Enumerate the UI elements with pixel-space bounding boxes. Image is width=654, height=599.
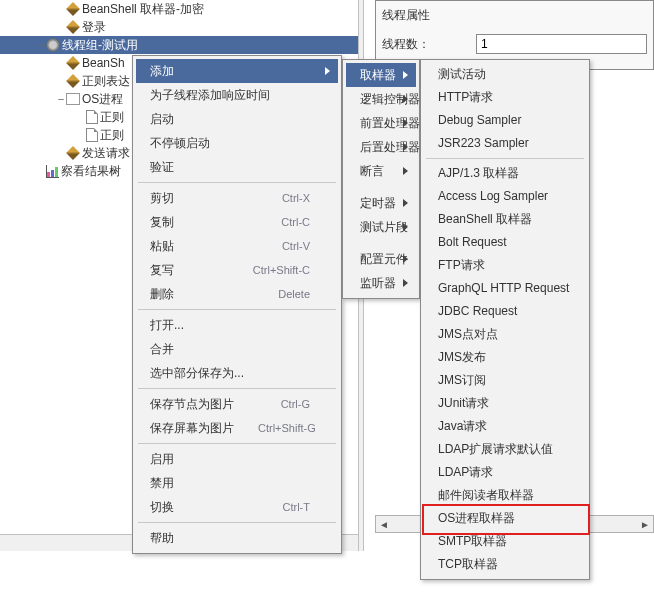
menu-item[interactable]: 启动: [136, 107, 338, 131]
sampler-menu-item-label: JMS点对点: [438, 323, 498, 346]
pen-icon: [66, 20, 80, 34]
menu-item[interactable]: 选中部分保存为...: [136, 361, 338, 385]
menu-item[interactable]: 保存屏幕为图片Ctrl+Shift-G: [136, 416, 338, 440]
sampler-menu-item[interactable]: JMS点对点: [424, 323, 586, 346]
submenu-item[interactable]: 定时器: [346, 191, 416, 215]
sampler-menu-item[interactable]: AJP/1.3 取样器: [424, 162, 586, 185]
menu-item[interactable]: 切换Ctrl-T: [136, 495, 338, 519]
sampler-menu-item-label: JMS订阅: [438, 369, 486, 392]
sampler-menu-item[interactable]: LDAP请求: [424, 461, 586, 484]
pen-icon: [66, 74, 80, 88]
sampler-menu-item[interactable]: JDBC Request: [424, 300, 586, 323]
sampler-menu-item[interactable]: LDAP扩展请求默认值: [424, 438, 586, 461]
menu-item[interactable]: 添加: [136, 59, 338, 83]
menu-item[interactable]: 不停顿启动: [136, 131, 338, 155]
tree-twisty-icon[interactable]: –: [36, 36, 46, 54]
tree-node[interactable]: –线程组-测试用: [0, 36, 360, 54]
sampler-menu-item[interactable]: Java请求: [424, 415, 586, 438]
menu-item[interactable]: 保存节点为图片Ctrl-G: [136, 392, 338, 416]
tree-node[interactable]: 登录: [0, 18, 360, 36]
submenu-item[interactable]: 逻辑控制器: [346, 87, 416, 111]
menu-item-shortcut: Ctrl-G: [281, 392, 310, 416]
context-submenu-sampler: 测试活动HTTP请求Debug SamplerJSR223 SamplerAJP…: [420, 59, 590, 580]
sampler-menu-item[interactable]: Bolt Request: [424, 231, 586, 254]
menu-item-label: 禁用: [150, 471, 174, 495]
pen-icon: [66, 56, 80, 70]
menu-item[interactable]: 剪切Ctrl-X: [136, 186, 338, 210]
menu-item-label: 启用: [150, 447, 174, 471]
menu-item[interactable]: 启用: [136, 447, 338, 471]
submenu-arrow-icon: [403, 255, 408, 263]
tree-node-label: 正则: [100, 126, 124, 144]
menu-separator: [138, 522, 336, 523]
submenu-item-label: 监听器: [360, 271, 396, 295]
sampler-menu-item[interactable]: 邮件阅读者取样器: [424, 484, 586, 507]
submenu-arrow-icon: [403, 119, 408, 127]
threads-input[interactable]: [476, 34, 647, 54]
sampler-menu-item[interactable]: BeanShell 取样器: [424, 208, 586, 231]
sampler-menu-item[interactable]: SMTP取样器: [424, 530, 586, 553]
sampler-menu-item[interactable]: OS进程取样器: [424, 507, 586, 530]
menu-item-label: 验证: [150, 155, 174, 179]
menu-item-shortcut: Ctrl-V: [282, 234, 310, 258]
scroll-left-icon[interactable]: ◄: [376, 516, 392, 532]
sampler-menu-item[interactable]: HTTP请求: [424, 86, 586, 109]
sampler-menu-item-label: Bolt Request: [438, 231, 507, 254]
menu-item-label: 添加: [150, 59, 174, 83]
menu-item-label: 打开...: [150, 313, 184, 337]
menu-item[interactable]: 复写Ctrl+Shift-C: [136, 258, 338, 282]
submenu-item[interactable]: 前置处理器: [346, 111, 416, 135]
sampler-menu-item-label: JDBC Request: [438, 300, 517, 323]
menu-item-label: 保存节点为图片: [150, 392, 234, 416]
sampler-menu-item[interactable]: JMS订阅: [424, 369, 586, 392]
tree-twisty-icon[interactable]: –: [56, 90, 66, 108]
menu-item-label: 切换: [150, 495, 174, 519]
sampler-menu-item[interactable]: 测试活动: [424, 63, 586, 86]
menu-item[interactable]: 帮助: [136, 526, 338, 550]
submenu-item[interactable]: 配置元件: [346, 247, 416, 271]
menu-separator: [138, 388, 336, 389]
page-icon: [86, 128, 98, 142]
sampler-menu-item[interactable]: TCP取样器: [424, 553, 586, 576]
menu-item-shortcut: Ctrl-X: [282, 186, 310, 210]
sampler-menu-item[interactable]: JUnit请求: [424, 392, 586, 415]
page-icon: [86, 110, 98, 124]
menu-item[interactable]: 禁用: [136, 471, 338, 495]
sampler-menu-item-label: LDAP扩展请求默认值: [438, 438, 553, 461]
sampler-menu-item-label: BeanShell 取样器: [438, 208, 532, 231]
submenu-item[interactable]: 后置处理器: [346, 135, 416, 159]
menu-separator: [138, 309, 336, 310]
menu-separator: [426, 158, 584, 159]
scroll-right-icon[interactable]: ►: [637, 516, 653, 532]
menu-item[interactable]: 复制Ctrl-C: [136, 210, 338, 234]
submenu-item[interactable]: 断言: [346, 159, 416, 183]
sampler-menu-item[interactable]: Access Log Sampler: [424, 185, 586, 208]
menu-item[interactable]: 合并: [136, 337, 338, 361]
menu-item[interactable]: 删除Delete: [136, 282, 338, 306]
menu-item[interactable]: 打开...: [136, 313, 338, 337]
context-submenu-add: 取样器逻辑控制器前置处理器后置处理器断言定时器测试片段配置元件监听器: [342, 59, 420, 299]
menu-item[interactable]: 验证: [136, 155, 338, 179]
submenu-item[interactable]: 监听器: [346, 271, 416, 295]
sampler-menu-item[interactable]: JSR223 Sampler: [424, 132, 586, 155]
sampler-menu-item[interactable]: FTP请求: [424, 254, 586, 277]
submenu-arrow-icon: [403, 167, 408, 175]
submenu-item[interactable]: 测试片段: [346, 215, 416, 239]
menu-item-label: 启动: [150, 107, 174, 131]
menu-item[interactable]: 为子线程添加响应时间: [136, 83, 338, 107]
sampler-menu-item[interactable]: JMS发布: [424, 346, 586, 369]
tree-node-label: 正则表达: [82, 72, 130, 90]
menu-item[interactable]: 粘贴Ctrl-V: [136, 234, 338, 258]
submenu-item[interactable]: 取样器: [346, 63, 416, 87]
sampler-menu-item-label: Java请求: [438, 415, 487, 438]
sampler-menu-item[interactable]: Debug Sampler: [424, 109, 586, 132]
menu-item-label: 保存屏幕为图片: [150, 416, 234, 440]
sampler-menu-item-label: FTP请求: [438, 254, 485, 277]
sampler-menu-item[interactable]: GraphQL HTTP Request: [424, 277, 586, 300]
tree-node[interactable]: BeanShell 取样器-加密: [0, 0, 360, 18]
menu-item-shortcut: Ctrl-C: [281, 210, 310, 234]
properties-group-title: 线程属性: [382, 7, 647, 24]
sampler-menu-item-label: AJP/1.3 取样器: [438, 162, 519, 185]
submenu-item-label: 配置元件: [360, 247, 408, 271]
gear-icon: [46, 38, 60, 52]
